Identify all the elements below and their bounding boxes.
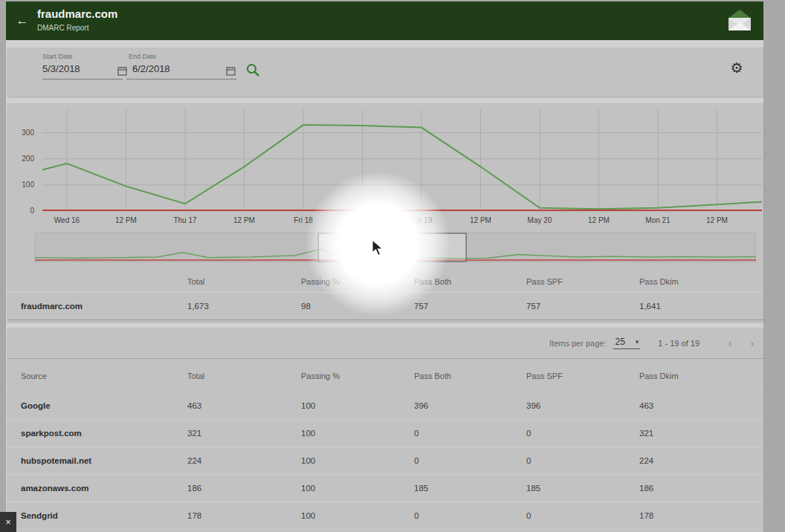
x-tick-label: Fri 18	[294, 216, 313, 224]
summary-col-header: Pass Dkim	[639, 277, 679, 286]
source-value: 100	[301, 401, 315, 410]
summary-col-header: Total	[187, 277, 204, 286]
end-date-underline	[126, 79, 236, 80]
x-tick-label: 12 PM	[352, 216, 373, 224]
date-filter-card: Start Date 5/3/2018 End Date 6/2/2018 ⚙	[7, 48, 763, 97]
brush-selection[interactable]	[318, 233, 466, 262]
chart-brush-strip[interactable]	[35, 233, 756, 262]
table-col-header: Pass SPF	[526, 372, 563, 380]
summary-value: 1,673	[187, 302, 209, 311]
chevron-down-icon: ▾	[636, 338, 639, 346]
summary-value: 1,641	[639, 302, 661, 311]
source-value: 224	[187, 456, 201, 465]
app-header: ← fraudmarc.com DMARC Report	[6, 1, 763, 40]
back-arrow-icon[interactable]: ←	[13, 12, 31, 30]
end-date-input[interactable]: 6/2/2018	[132, 63, 170, 74]
settings-gear-icon[interactable]: ⚙	[728, 59, 746, 77]
x-tick-label: Sat 19	[411, 216, 433, 224]
source-value: 185	[414, 484, 428, 493]
source-value: 186	[639, 484, 653, 493]
end-date-label: End Date	[129, 53, 157, 60]
table-col-header: Pass Both	[414, 372, 451, 380]
source-value: 178	[187, 511, 201, 520]
source-value: 0	[414, 429, 419, 438]
items-per-page-label: Items per page:	[549, 339, 606, 348]
source-value: 396	[414, 401, 428, 410]
source-value: 185	[526, 484, 540, 493]
table-row[interactable]: Sendgrid17810000178	[7, 502, 763, 530]
y-tick-label: 100	[15, 181, 34, 189]
x-tick-label: May 20	[528, 216, 552, 224]
source-name: amazonaws.com	[21, 484, 88, 493]
page-size-select[interactable]: 25 ▾	[613, 337, 640, 349]
x-tick-label: Mon 21	[645, 216, 670, 224]
summary-value: 98	[301, 302, 311, 311]
close-icon[interactable]: ×	[0, 512, 16, 532]
summary-domain-name: fraudmarc.com	[21, 302, 83, 311]
source-value: 100	[301, 429, 315, 438]
summary-col-header: Pass SPF	[526, 277, 563, 286]
next-page-button[interactable]: ›	[741, 337, 763, 349]
x-tick-label: Wed 16	[54, 216, 80, 224]
source-value: 186	[187, 484, 201, 493]
source-name: Sendgrid	[21, 511, 58, 520]
start-date-underline	[42, 79, 123, 80]
x-tick-label: 12 PM	[233, 216, 255, 224]
timeseries-chart	[35, 109, 762, 228]
x-tick-label: 12 PM	[470, 216, 491, 224]
source-value: 100	[301, 456, 315, 465]
summary-data-row: fraudmarc.com1,673987577571,641	[7, 293, 763, 320]
page-size-value: 25	[615, 337, 624, 347]
summary-header-row: TotalPassing %Pass BothPass SPFPass Dkim	[7, 271, 763, 293]
source-value: 100	[301, 484, 315, 493]
y-tick-label: 300	[15, 129, 34, 137]
source-value: 0	[414, 511, 419, 520]
table-row[interactable]: amazonaws.com186100185185186	[7, 474, 763, 502]
table-row[interactable]: sparkpost.com32110000321	[7, 419, 763, 447]
summary-value: 757	[526, 302, 540, 311]
y-tick-label: 200	[15, 155, 34, 163]
search-icon[interactable]	[245, 62, 260, 77]
x-tick-label: 12 PM	[706, 216, 728, 224]
source-value: 463	[639, 401, 653, 410]
source-value: 100	[301, 511, 315, 520]
x-tick-label: 12 PM	[115, 216, 137, 224]
previous-page-button[interactable]: ‹	[719, 337, 741, 349]
source-value: 463	[187, 401, 201, 410]
source-value: 396	[526, 401, 540, 410]
table-row[interactable]: hubspotemail.net22410000224	[7, 447, 763, 475]
x-tick-label: Thu 17	[173, 216, 196, 224]
source-value: 321	[187, 429, 201, 438]
source-value: 224	[639, 456, 653, 465]
table-col-header: Total	[187, 372, 204, 380]
start-date-label: Start Date	[42, 53, 73, 60]
page-range-text: 1 - 19 of 19	[658, 339, 700, 348]
calendar-icon[interactable]	[117, 65, 128, 76]
calendar-icon[interactable]	[226, 65, 236, 76]
source-name: Google	[21, 401, 51, 410]
source-name: hubspotemail.net	[21, 456, 91, 465]
table-col-header: Passing %	[301, 372, 340, 380]
source-name: sparkpost.com	[21, 429, 82, 438]
page-subtitle: DMARC Report	[37, 24, 88, 32]
envelope-logo-icon	[725, 7, 755, 37]
table-header-row: SourceTotalPassing %Pass BothPass SPFPas…	[7, 363, 763, 389]
summary-value: 757	[414, 302, 428, 311]
source-value: 321	[639, 429, 653, 438]
chart-card: 0100200300 Wed 1612 PMThu 1712 PMFri 181…	[7, 103, 763, 322]
table-col-header: Pass Dkim	[639, 372, 679, 380]
source-value: 0	[414, 456, 419, 465]
source-value: 0	[526, 511, 531, 520]
source-value: 178	[639, 511, 653, 520]
x-tick-label: 12 PM	[588, 216, 610, 224]
series-line-passing	[42, 125, 762, 209]
source-value: 0	[526, 429, 531, 438]
summary-col-header: Pass Both	[414, 277, 451, 286]
paginator: Items per page: 25 ▾ 1 - 19 of 19 ‹ ›	[7, 328, 763, 359]
table-row[interactable]: Google463100396396463	[7, 392, 763, 420]
page: ← fraudmarc.com DMARC Report Start Date …	[0, 0, 785, 532]
start-date-input[interactable]: 5/3/2018	[42, 63, 80, 74]
summary-col-header: Passing %	[301, 277, 340, 286]
page-title: fraudmarc.com	[37, 7, 117, 20]
y-tick-label: 0	[15, 207, 34, 215]
